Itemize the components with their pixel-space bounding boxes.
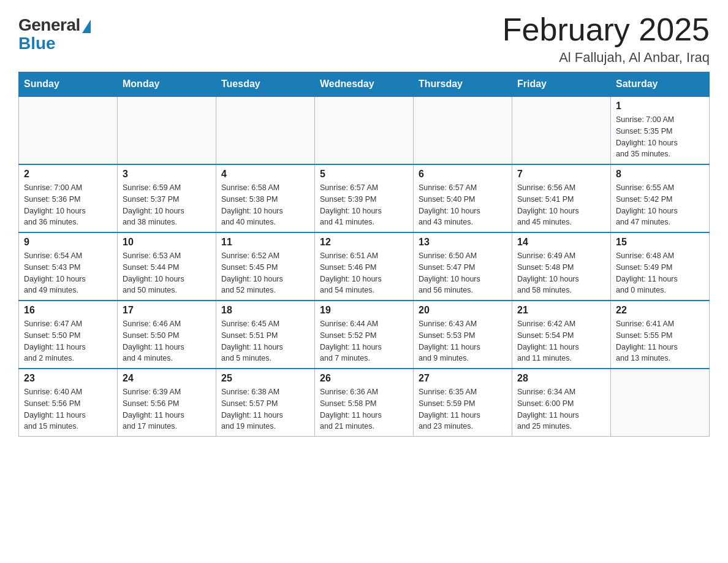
- day-number: 1: [616, 101, 704, 112]
- calendar-table: SundayMondayTuesdayWednesdayThursdayFrid…: [18, 72, 710, 437]
- day-number: 23: [24, 373, 112, 384]
- day-info: Sunrise: 6:43 AM Sunset: 5:53 PM Dayligh…: [419, 318, 507, 364]
- day-info: Sunrise: 6:57 AM Sunset: 5:40 PM Dayligh…: [419, 182, 507, 228]
- day-info: Sunrise: 6:46 AM Sunset: 5:50 PM Dayligh…: [123, 318, 211, 364]
- title-block: February 2025 Al Fallujah, Al Anbar, Ira…: [502, 12, 710, 66]
- day-number: 24: [123, 373, 211, 384]
- day-number: 9: [24, 237, 112, 248]
- day-info: Sunrise: 7:00 AM Sunset: 5:36 PM Dayligh…: [24, 182, 112, 228]
- calendar-cell: 18Sunrise: 6:45 AM Sunset: 5:51 PM Dayli…: [216, 301, 315, 369]
- day-number: 14: [517, 237, 605, 248]
- day-info: Sunrise: 6:58 AM Sunset: 5:38 PM Dayligh…: [221, 182, 309, 228]
- calendar-cell: [315, 96, 414, 164]
- day-info: Sunrise: 6:52 AM Sunset: 5:45 PM Dayligh…: [221, 250, 309, 296]
- day-info: Sunrise: 6:49 AM Sunset: 5:48 PM Dayligh…: [517, 250, 605, 296]
- day-number: 21: [517, 305, 605, 316]
- day-info: Sunrise: 6:54 AM Sunset: 5:43 PM Dayligh…: [24, 250, 112, 296]
- calendar-cell: 16Sunrise: 6:47 AM Sunset: 5:50 PM Dayli…: [19, 301, 118, 369]
- day-info: Sunrise: 6:36 AM Sunset: 5:58 PM Dayligh…: [320, 386, 408, 432]
- calendar-cell: 7Sunrise: 6:56 AM Sunset: 5:41 PM Daylig…: [512, 164, 611, 232]
- calendar-cell: [118, 96, 216, 164]
- weekday-header-tuesday: Tuesday: [216, 72, 315, 97]
- location-subtitle: Al Fallujah, Al Anbar, Iraq: [502, 50, 710, 66]
- weekday-header-friday: Friday: [512, 72, 611, 97]
- calendar-cell: 11Sunrise: 6:52 AM Sunset: 5:45 PM Dayli…: [216, 232, 315, 301]
- day-number: 7: [517, 169, 605, 180]
- day-number: 20: [419, 305, 507, 316]
- calendar-cell: 1Sunrise: 7:00 AM Sunset: 5:35 PM Daylig…: [611, 96, 710, 164]
- day-number: 16: [24, 305, 112, 316]
- day-info: Sunrise: 6:53 AM Sunset: 5:44 PM Dayligh…: [123, 250, 211, 296]
- day-info: Sunrise: 6:51 AM Sunset: 5:46 PM Dayligh…: [320, 250, 408, 296]
- day-info: Sunrise: 6:50 AM Sunset: 5:47 PM Dayligh…: [419, 250, 507, 296]
- day-number: 5: [320, 169, 408, 180]
- calendar-cell: 6Sunrise: 6:57 AM Sunset: 5:40 PM Daylig…: [414, 164, 512, 232]
- day-info: Sunrise: 6:45 AM Sunset: 5:51 PM Dayligh…: [221, 318, 309, 364]
- weekday-header-row: SundayMondayTuesdayWednesdayThursdayFrid…: [19, 72, 710, 97]
- weekday-header-sunday: Sunday: [19, 72, 118, 97]
- calendar-cell: [216, 96, 315, 164]
- calendar-week-4: 16Sunrise: 6:47 AM Sunset: 5:50 PM Dayli…: [19, 301, 710, 369]
- calendar-cell: 21Sunrise: 6:42 AM Sunset: 5:54 PM Dayli…: [512, 301, 611, 369]
- calendar-cell: 19Sunrise: 6:44 AM Sunset: 5:52 PM Dayli…: [315, 301, 414, 369]
- day-info: Sunrise: 6:55 AM Sunset: 5:42 PM Dayligh…: [616, 182, 704, 228]
- day-number: 13: [419, 237, 507, 248]
- day-info: Sunrise: 6:38 AM Sunset: 5:57 PM Dayligh…: [221, 386, 309, 432]
- calendar-cell: 22Sunrise: 6:41 AM Sunset: 5:55 PM Dayli…: [611, 301, 710, 369]
- weekday-header-saturday: Saturday: [611, 72, 710, 97]
- day-info: Sunrise: 7:00 AM Sunset: 5:35 PM Dayligh…: [616, 114, 704, 160]
- logo: General Blue: [18, 12, 91, 53]
- day-number: 12: [320, 237, 408, 248]
- calendar-cell: [414, 96, 512, 164]
- day-info: Sunrise: 6:47 AM Sunset: 5:50 PM Dayligh…: [24, 318, 112, 364]
- calendar-cell: 3Sunrise: 6:59 AM Sunset: 5:37 PM Daylig…: [118, 164, 216, 232]
- calendar-week-1: 1Sunrise: 7:00 AM Sunset: 5:35 PM Daylig…: [19, 96, 710, 164]
- calendar-cell: 26Sunrise: 6:36 AM Sunset: 5:58 PM Dayli…: [315, 369, 414, 437]
- day-number: 10: [123, 237, 211, 248]
- month-year-title: February 2025: [502, 12, 710, 47]
- calendar-cell: 9Sunrise: 6:54 AM Sunset: 5:43 PM Daylig…: [19, 232, 118, 301]
- calendar-cell: 4Sunrise: 6:58 AM Sunset: 5:38 PM Daylig…: [216, 164, 315, 232]
- calendar-week-5: 23Sunrise: 6:40 AM Sunset: 5:56 PM Dayli…: [19, 369, 710, 437]
- day-number: 26: [320, 373, 408, 384]
- calendar-week-2: 2Sunrise: 7:00 AM Sunset: 5:36 PM Daylig…: [19, 164, 710, 232]
- calendar-cell: 8Sunrise: 6:55 AM Sunset: 5:42 PM Daylig…: [611, 164, 710, 232]
- day-info: Sunrise: 6:42 AM Sunset: 5:54 PM Dayligh…: [517, 318, 605, 364]
- day-number: 11: [221, 237, 309, 248]
- day-info: Sunrise: 6:44 AM Sunset: 5:52 PM Dayligh…: [320, 318, 408, 364]
- day-number: 15: [616, 237, 704, 248]
- calendar-cell: 14Sunrise: 6:49 AM Sunset: 5:48 PM Dayli…: [512, 232, 611, 301]
- weekday-header-wednesday: Wednesday: [315, 72, 414, 97]
- day-number: 2: [24, 169, 112, 180]
- day-info: Sunrise: 6:59 AM Sunset: 5:37 PM Dayligh…: [123, 182, 211, 228]
- calendar-cell: 17Sunrise: 6:46 AM Sunset: 5:50 PM Dayli…: [118, 301, 216, 369]
- day-number: 8: [616, 169, 704, 180]
- calendar-cell: 23Sunrise: 6:40 AM Sunset: 5:56 PM Dayli…: [19, 369, 118, 437]
- day-number: 27: [419, 373, 507, 384]
- day-info: Sunrise: 6:56 AM Sunset: 5:41 PM Dayligh…: [517, 182, 605, 228]
- logo-blue-text: Blue: [18, 34, 56, 53]
- logo-triangle-icon: [82, 20, 91, 33]
- day-info: Sunrise: 6:48 AM Sunset: 5:49 PM Dayligh…: [616, 250, 704, 296]
- day-info: Sunrise: 6:35 AM Sunset: 5:59 PM Dayligh…: [419, 386, 507, 432]
- day-info: Sunrise: 6:39 AM Sunset: 5:56 PM Dayligh…: [123, 386, 211, 432]
- calendar-cell: 28Sunrise: 6:34 AM Sunset: 6:00 PM Dayli…: [512, 369, 611, 437]
- calendar-cell: 10Sunrise: 6:53 AM Sunset: 5:44 PM Dayli…: [118, 232, 216, 301]
- day-number: 3: [123, 169, 211, 180]
- day-info: Sunrise: 6:40 AM Sunset: 5:56 PM Dayligh…: [24, 386, 112, 432]
- day-info: Sunrise: 6:41 AM Sunset: 5:55 PM Dayligh…: [616, 318, 704, 364]
- calendar-cell: [19, 96, 118, 164]
- calendar-cell: 15Sunrise: 6:48 AM Sunset: 5:49 PM Dayli…: [611, 232, 710, 301]
- day-number: 6: [419, 169, 507, 180]
- day-number: 19: [320, 305, 408, 316]
- calendar-cell: 20Sunrise: 6:43 AM Sunset: 5:53 PM Dayli…: [414, 301, 512, 369]
- day-info: Sunrise: 6:57 AM Sunset: 5:39 PM Dayligh…: [320, 182, 408, 228]
- calendar-cell: 13Sunrise: 6:50 AM Sunset: 5:47 PM Dayli…: [414, 232, 512, 301]
- weekday-header-thursday: Thursday: [414, 72, 512, 97]
- weekday-header-monday: Monday: [118, 72, 216, 97]
- calendar-cell: 24Sunrise: 6:39 AM Sunset: 5:56 PM Dayli…: [118, 369, 216, 437]
- calendar-cell: 5Sunrise: 6:57 AM Sunset: 5:39 PM Daylig…: [315, 164, 414, 232]
- day-number: 28: [517, 373, 605, 384]
- calendar-week-3: 9Sunrise: 6:54 AM Sunset: 5:43 PM Daylig…: [19, 232, 710, 301]
- calendar-cell: 2Sunrise: 7:00 AM Sunset: 5:36 PM Daylig…: [19, 164, 118, 232]
